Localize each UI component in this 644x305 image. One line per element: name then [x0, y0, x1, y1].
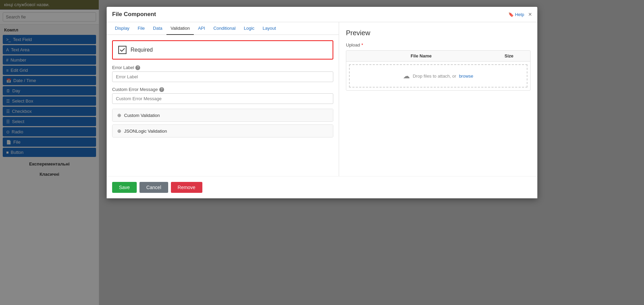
drop-area[interactable]: ☁ Drop files to attach, or browse	[349, 64, 527, 88]
upload-table: File Name Size ☁ Drop files to attach, o…	[346, 50, 531, 91]
custom-error-label: Custom Error Message ?	[112, 87, 333, 92]
close-button[interactable]: ×	[528, 11, 532, 17]
modal-overlay: File Component 🔖 Help × DisplayFileDataV…	[0, 0, 644, 305]
modal-body: DisplayFileDataValidationAPIConditionalL…	[107, 22, 537, 176]
save-button[interactable]: Save	[112, 182, 137, 193]
help-icon: 🔖	[508, 12, 514, 17]
modal-left-panel: DisplayFileDataValidationAPIConditionalL…	[107, 22, 339, 176]
modal-title: File Component	[112, 11, 156, 18]
required-row[interactable]: Required	[112, 40, 333, 59]
required-checkbox[interactable]	[118, 46, 126, 54]
tab-display[interactable]: Display	[111, 22, 134, 35]
tab-api[interactable]: API	[194, 22, 209, 35]
help-link[interactable]: 🔖 Help	[508, 12, 524, 17]
modal-footer: Save Cancel Remove	[107, 176, 537, 198]
tab-bar: DisplayFileDataValidationAPIConditionalL…	[107, 22, 339, 35]
file-component-modal: File Component 🔖 Help × DisplayFileDataV…	[107, 7, 537, 198]
modal-right-panel: Preview Upload * File Name Size ☁ Drop f…	[339, 22, 537, 176]
tab-conditional[interactable]: Conditional	[209, 22, 240, 35]
error-label-help-icon: ?	[135, 65, 140, 70]
tab-logic[interactable]: Logic	[240, 22, 258, 35]
col-file-name: File Name	[350, 53, 492, 58]
custom-validation-collapsible[interactable]: ⊕ Custom Validation	[112, 109, 333, 122]
cloud-upload-icon: ☁	[403, 72, 410, 80]
required-label: Required	[131, 47, 153, 53]
custom-error-input[interactable]	[112, 93, 333, 104]
cancel-button[interactable]: Cancel	[139, 182, 168, 193]
preview-title: Preview	[346, 29, 531, 37]
tab-layout[interactable]: Layout	[258, 22, 280, 35]
col-size: Size	[492, 53, 526, 58]
upload-label: Upload *	[346, 42, 531, 48]
jsonlogic-expand-icon: ⊕	[117, 128, 121, 134]
jsonlogic-validation-collapsible[interactable]: ⊕ JSONLogic Validation	[112, 124, 333, 137]
drop-text: Drop files to attach, or	[413, 74, 456, 79]
tab-validation[interactable]: Validation	[166, 22, 194, 35]
error-label-group: Error Label ?	[112, 65, 333, 82]
upload-required-star: *	[361, 42, 363, 48]
modal-header: File Component 🔖 Help ×	[107, 7, 537, 22]
custom-validation-header[interactable]: ⊕ Custom Validation	[112, 109, 333, 121]
error-label-label: Error Label ?	[112, 65, 333, 70]
custom-error-group: Custom Error Message ?	[112, 87, 333, 104]
remove-button[interactable]: Remove	[171, 182, 202, 193]
tab-data[interactable]: Data	[149, 22, 166, 35]
jsonlogic-validation-header[interactable]: ⊕ JSONLogic Validation	[112, 125, 333, 137]
custom-error-help-icon: ?	[159, 87, 164, 92]
validation-tab-content: Required Error Label ? Custom Error Me	[107, 35, 339, 176]
browse-link[interactable]: browse	[459, 74, 473, 79]
tab-file[interactable]: File	[134, 22, 149, 35]
upload-table-header: File Name Size	[346, 51, 530, 62]
modal-header-actions: 🔖 Help ×	[508, 11, 532, 17]
error-label-input[interactable]	[112, 71, 333, 82]
custom-validation-expand-icon: ⊕	[117, 112, 121, 118]
